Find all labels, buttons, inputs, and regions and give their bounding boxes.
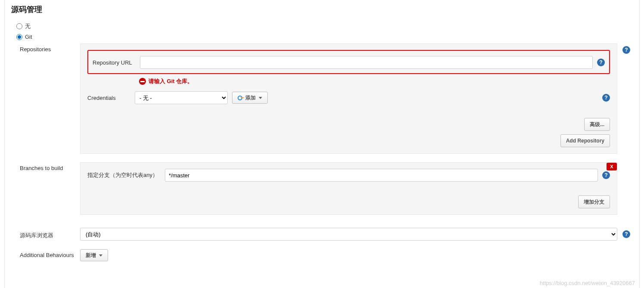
add-button-label: 添加 (245, 94, 256, 102)
repositories-panel: Repository URL ? 请输入 Git 仓库。 Credentials… (80, 43, 617, 154)
additional-add-button[interactable]: 新增 (80, 249, 108, 261)
help-icon[interactable]: ? (602, 94, 610, 102)
add-repository-button[interactable]: Add Repository (560, 134, 610, 147)
radio-git[interactable] (16, 34, 22, 40)
section-title: 源码管理 (11, 4, 633, 15)
help-icon[interactable]: ? (622, 230, 630, 238)
radio-git-label: Git (25, 34, 32, 40)
browser-label: 源码库浏览器 (20, 229, 80, 239)
add-branch-button[interactable]: 增加分支 (578, 195, 610, 208)
error-icon (139, 78, 146, 85)
radio-none-label: 无 (25, 22, 31, 30)
delete-branch-button[interactable]: X (607, 163, 617, 170)
error-text: 请输入 Git 仓库。 (149, 77, 193, 85)
branches-label: Branches to build (20, 162, 80, 171)
help-icon[interactable]: ? (597, 59, 605, 66)
watermark-text: https://blog.csdn.net/weixin_43920667 (540, 280, 635, 286)
scm-option-git[interactable]: Git (16, 34, 633, 40)
branches-panel: X 指定分支（为空时代表any） ? 增加分支 (80, 162, 617, 215)
credentials-select[interactable]: - 无 - (135, 91, 228, 104)
help-icon[interactable]: ? (622, 46, 630, 54)
repo-url-highlight: Repository URL ? (87, 50, 610, 74)
help-icon[interactable]: ? (602, 171, 610, 179)
additional-add-label: 新增 (86, 252, 96, 259)
repo-url-error: 请输入 Git 仓库。 (139, 77, 610, 85)
repo-url-input[interactable] (140, 56, 593, 69)
repo-url-label: Repository URL (93, 59, 136, 66)
radio-none[interactable] (16, 23, 22, 29)
credentials-add-button[interactable]: 添加 (232, 92, 268, 104)
additional-label: Additional Behaviours (20, 249, 80, 258)
credentials-label: Credentials (87, 95, 130, 101)
key-icon (238, 95, 244, 101)
scm-option-none[interactable]: 无 (16, 22, 633, 30)
advanced-button[interactable]: 高级... (584, 118, 610, 131)
branch-spec-label: 指定分支（为空时代表any） (87, 171, 161, 179)
branch-spec-input[interactable] (165, 169, 598, 182)
repositories-label: Repositories (20, 43, 80, 53)
browser-select[interactable]: (自动) (80, 228, 617, 241)
